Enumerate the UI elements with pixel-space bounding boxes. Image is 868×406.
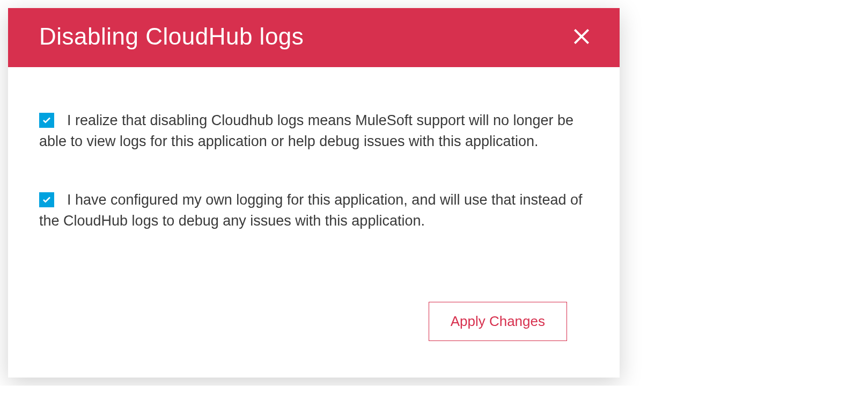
- dialog-title: Disabling CloudHub logs: [39, 23, 304, 50]
- dialog-footer: Apply Changes: [39, 286, 589, 361]
- close-icon: [571, 26, 592, 47]
- disable-logs-dialog: Disabling CloudHub logs I realize that d…: [8, 8, 620, 378]
- close-button[interactable]: [569, 24, 594, 49]
- dialog-header: Disabling CloudHub logs: [8, 8, 620, 67]
- checkbox-row-support: I realize that disabling Cloudhub logs m…: [39, 110, 589, 152]
- checkbox-label-support: I realize that disabling Cloudhub logs m…: [39, 110, 589, 152]
- checkbox-row-own-logging: I have configured my own logging for thi…: [39, 190, 589, 231]
- checkbox-text-wrap: I realize that disabling Cloudhub logs m…: [67, 110, 589, 152]
- checkbox-text-wrap: I have configured my own logging for thi…: [67, 190, 589, 231]
- dialog-body: I realize that disabling Cloudhub logs m…: [8, 67, 620, 378]
- checkbox-label-own-logging: I have configured my own logging for thi…: [39, 190, 589, 231]
- apply-changes-button[interactable]: Apply Changes: [429, 302, 567, 341]
